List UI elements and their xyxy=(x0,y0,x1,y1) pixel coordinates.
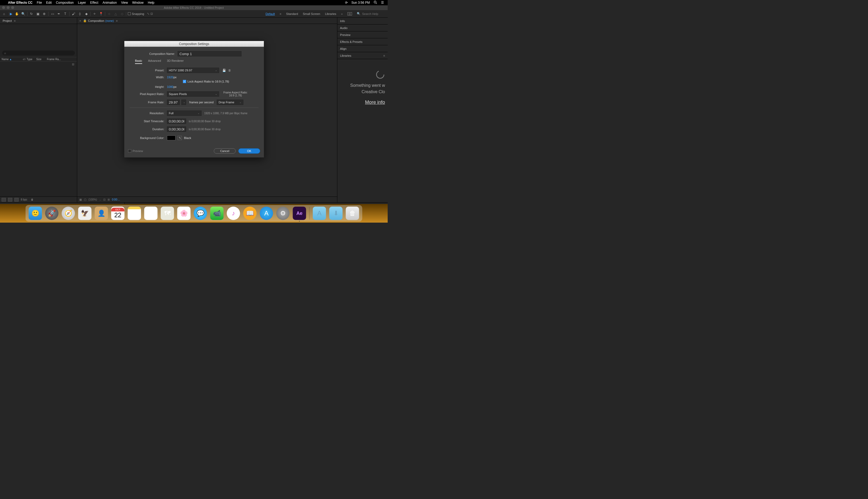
duration-input[interactable] xyxy=(167,126,186,132)
orbit-tool-icon[interactable]: ↻ xyxy=(29,11,34,16)
col-name[interactable]: Name▲ xyxy=(2,58,23,61)
puppet-tool-icon[interactable]: 📍 xyxy=(98,11,103,16)
delete-preset-icon[interactable]: 🗑 xyxy=(228,69,231,72)
par-dropdown[interactable]: Square Pixels⌄ xyxy=(167,91,219,97)
project-columns[interactable]: Name▲ 🏷Type Size Frame Ra... xyxy=(0,57,77,61)
zoom-tool-icon[interactable]: 🔍 xyxy=(21,11,26,16)
ibooks-icon[interactable]: 📖 xyxy=(243,207,257,220)
contacts-icon[interactable]: 👤 xyxy=(95,207,108,220)
roto-tool-icon[interactable]: ✧ xyxy=(92,11,97,16)
search-help-input[interactable] xyxy=(362,12,386,15)
world-axis-icon[interactable]: △ xyxy=(113,11,118,16)
panel-menu-icon[interactable]: ≡ xyxy=(14,19,15,22)
dropframe-dropdown[interactable]: Drop Frame⌄ xyxy=(217,100,243,105)
pan-behind-tool-icon[interactable]: ⊕ xyxy=(42,11,47,16)
framerate-input[interactable] xyxy=(167,100,180,105)
channel-icon[interactable]: ⊞ xyxy=(108,198,110,201)
hand-tool-icon[interactable]: ✋ xyxy=(14,11,19,16)
effects-presets-panel[interactable]: Effects & Presets xyxy=(337,38,388,45)
delete-icon[interactable]: 🗑 xyxy=(31,198,34,201)
comp-name-input[interactable] xyxy=(178,51,242,57)
panel-menu-icon[interactable]: ≡ xyxy=(116,19,118,22)
lock-aspect-checkbox[interactable]: ✓ xyxy=(183,80,186,83)
col-framerate[interactable]: Frame Ra... xyxy=(47,58,75,61)
tab-basic[interactable]: Basic xyxy=(135,59,142,64)
facetime-icon[interactable]: 📹 xyxy=(210,207,224,220)
sync-settings-icon[interactable]: ◫ xyxy=(347,12,352,15)
lock-icon[interactable]: 🔒 xyxy=(83,19,87,22)
workspace-small[interactable]: Small Screen xyxy=(303,12,320,15)
search-help[interactable]: 🔍 xyxy=(357,12,386,15)
tab-advanced[interactable]: Advanced xyxy=(148,59,161,64)
brush-tool-icon[interactable]: 🖌 xyxy=(71,11,76,16)
snap-opt1-icon[interactable]: ⤡ xyxy=(147,12,149,15)
ok-button[interactable]: OK xyxy=(238,148,260,154)
render-icon[interactable]: ▢ xyxy=(84,198,86,201)
align-panel[interactable]: Align xyxy=(337,45,388,52)
clock[interactable]: Sun 3:56 PM xyxy=(352,1,370,4)
safari-icon[interactable]: 🧭 xyxy=(62,207,75,220)
finder-icon[interactable]: 🙂 xyxy=(29,207,42,220)
cc-status-icon[interactable]: ⟳ xyxy=(345,1,348,4)
menu-layer[interactable]: Layer xyxy=(78,1,86,4)
workspace-menu-icon[interactable]: ≡ xyxy=(280,12,281,15)
width-value[interactable]: 1920 xyxy=(167,76,173,79)
tab-3d-renderer[interactable]: 3D Renderer xyxy=(167,59,184,64)
spotlight-icon[interactable] xyxy=(374,1,377,5)
snap-opt2-icon[interactable]: ⊡ xyxy=(150,12,153,15)
project-search[interactable]: ⌕ xyxy=(2,51,75,56)
interpret-footage-icon[interactable] xyxy=(2,198,6,202)
close-tab-icon[interactable]: × xyxy=(80,19,81,22)
pen-tool-icon[interactable]: ✒ xyxy=(57,11,61,16)
framerate-dropdown[interactable]: ⌄ xyxy=(181,100,186,105)
itunes-icon[interactable]: ♪ xyxy=(227,207,240,220)
more-info-link[interactable]: More info xyxy=(340,100,385,105)
composition-viewer-tab[interactable]: × 🔒 Composition (none) ≡ xyxy=(77,17,337,24)
menu-list-icon[interactable]: ☰ xyxy=(381,1,384,4)
menu-animation[interactable]: Animation xyxy=(102,1,117,4)
height-value[interactable]: 1080 xyxy=(167,85,173,88)
clone-tool-icon[interactable]: ⟠ xyxy=(77,11,82,16)
menu-file[interactable]: File xyxy=(37,1,42,4)
view-axis-icon[interactable]: ◇ xyxy=(120,11,124,16)
panel-menu-icon[interactable]: ≡ xyxy=(383,54,385,57)
system-prefs-icon[interactable]: ⚙ xyxy=(277,207,290,220)
selection-tool-icon[interactable]: ▶ xyxy=(8,11,13,16)
menu-edit[interactable]: Edit xyxy=(46,1,52,4)
flowchart-icon[interactable]: ⊟ xyxy=(0,61,77,67)
col-type[interactable]: 🏷Type xyxy=(23,58,36,61)
workspace-default[interactable]: Default xyxy=(266,12,275,15)
current-time[interactable]: 0:00:... xyxy=(112,198,120,201)
messages-icon[interactable]: 💬 xyxy=(194,207,207,220)
menu-window[interactable]: Window xyxy=(132,1,144,4)
maps-icon[interactable]: 🗺 xyxy=(161,207,174,220)
zoom-level[interactable]: (100%) xyxy=(88,198,97,201)
workspace-libraries[interactable]: Libraries xyxy=(325,12,336,15)
downloads-folder-icon[interactable]: ⬇ xyxy=(329,207,343,220)
bgcolor-swatch[interactable] xyxy=(167,135,175,140)
menu-help[interactable]: Help xyxy=(148,1,155,4)
type-tool-icon[interactable]: T xyxy=(63,11,68,16)
menu-view[interactable]: View xyxy=(121,1,128,4)
app-menu[interactable]: After Effects CC xyxy=(8,1,33,4)
res-icon[interactable]: ⊡ xyxy=(103,198,106,201)
notes-icon[interactable] xyxy=(128,207,141,220)
audio-panel[interactable]: Audio xyxy=(337,24,388,32)
preset-dropdown[interactable]: HDTV 1080 29.97⌄ xyxy=(167,68,219,73)
trash-icon[interactable]: 🗑 xyxy=(346,207,359,220)
reminders-icon[interactable]: ☰ xyxy=(144,207,158,220)
new-comp-icon[interactable] xyxy=(14,198,19,202)
new-folder-icon[interactable] xyxy=(8,198,12,202)
launchpad-icon[interactable]: 🚀 xyxy=(45,207,59,220)
applications-folder-icon[interactable]: A xyxy=(313,207,326,220)
cancel-button[interactable]: Cancel xyxy=(214,148,236,154)
workspace-overflow-icon[interactable]: » xyxy=(341,12,343,15)
calendar-icon[interactable]: OCT22 xyxy=(111,207,125,220)
timecode-input[interactable] xyxy=(167,119,186,124)
preview-checkbox[interactable] xyxy=(128,149,131,153)
camera-tool-icon[interactable]: ▣ xyxy=(35,11,40,16)
menu-composition[interactable]: Composition xyxy=(56,1,74,4)
eyedropper-icon[interactable]: ✎ xyxy=(178,136,182,140)
eraser-tool-icon[interactable]: ◆ xyxy=(84,11,89,16)
preview-panel[interactable]: Preview xyxy=(337,32,388,38)
